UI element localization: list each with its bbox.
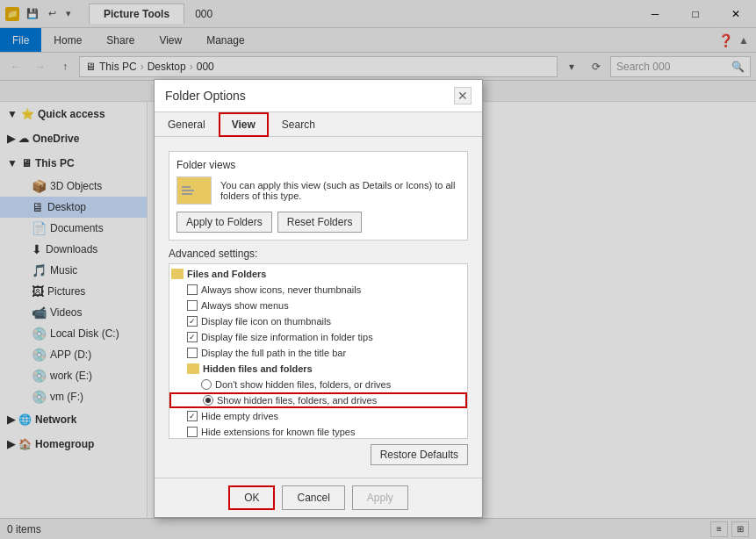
folder-views-section: Folder views You can apply this view (su…	[169, 151, 468, 241]
folder-options-dialog: Folder Options ✕ General View Search Fol…	[154, 79, 483, 518]
advanced-settings-label: Advanced settings:	[169, 248, 468, 260]
adv-display-full-path[interactable]: Display the full path in the title bar	[169, 345, 467, 361]
display-file-icon-checkbox[interactable]: ✓	[187, 316, 198, 327]
adv-always-menus[interactable]: Always show menus	[169, 298, 467, 313]
folder-views-content: You can apply this view (such as Details…	[176, 176, 460, 205]
display-full-path-label: Display the full path in the title bar	[201, 348, 346, 358]
folder-views-description: You can apply this view (such as Details…	[220, 180, 460, 201]
always-icons-checkbox[interactable]	[187, 284, 198, 295]
dialog-tabs: General View Search	[155, 112, 482, 137]
display-file-size-checkbox[interactable]: ✓	[187, 332, 198, 342]
ok-button[interactable]: OK	[228, 485, 275, 510]
svg-rect-4	[182, 193, 192, 195]
always-icons-label: Always show icons, never thumbnails	[201, 284, 361, 295]
show-hidden-radio[interactable]	[203, 395, 213, 406]
tab-view[interactable]: View	[219, 112, 269, 137]
adv-display-file-icon[interactable]: ✓ Display file icon on thumbnails	[169, 313, 467, 329]
svg-rect-2	[182, 186, 191, 188]
display-file-icon-label: Display file icon on thumbnails	[201, 316, 331, 327]
adv-dont-show-hidden[interactable]: Don't show hidden files, folders, or dri…	[169, 377, 467, 392]
apply-to-folders-button[interactable]: Apply to Folders	[176, 212, 272, 233]
advanced-list-inner: Files and Folders Always show icons, nev…	[169, 264, 467, 439]
svg-rect-1	[180, 181, 191, 184]
restore-defaults-button[interactable]: Restore Defaults	[371, 444, 468, 465]
tab-search[interactable]: Search	[269, 112, 328, 137]
dialog-footer: OK Cancel Apply	[155, 478, 482, 517]
svg-rect-3	[182, 190, 194, 191]
dont-show-hidden-radio[interactable]	[201, 379, 212, 390]
hidden-files-icon	[187, 363, 199, 374]
adv-hide-extensions[interactable]: Hide extensions for known file types	[169, 424, 467, 439]
advanced-settings-list[interactable]: Files and Folders Always show icons, nev…	[169, 263, 468, 439]
apply-button[interactable]: Apply	[352, 485, 408, 510]
adv-hidden-files-header: Hidden files and folders	[169, 361, 467, 377]
dialog-title: Folder Options	[165, 89, 246, 103]
svg-rect-0	[180, 183, 208, 202]
dialog-close-button[interactable]: ✕	[454, 87, 472, 104]
adv-always-icons[interactable]: Always show icons, never thumbnails	[169, 282, 467, 298]
always-menus-checkbox[interactable]	[187, 300, 198, 311]
folder-views-label: Folder views	[176, 159, 460, 171]
hide-empty-drives-label: Hide empty drives	[201, 411, 278, 421]
dialog-titlebar: Folder Options ✕	[155, 80, 482, 112]
adv-files-folders-header: Files and Folders	[169, 266, 467, 282]
adv-hide-empty-drives[interactable]: ✓ Hide empty drives	[169, 408, 467, 424]
files-folders-icon	[171, 269, 184, 279]
folder-views-icon	[176, 176, 212, 205]
hidden-files-label: Hidden files and folders	[203, 363, 313, 374]
dialog-body: Folder views You can apply this view (su…	[155, 137, 482, 478]
hide-empty-drives-checkbox[interactable]: ✓	[187, 411, 198, 421]
display-file-size-label: Display file size information in folder …	[201, 332, 373, 342]
restore-defaults-row: Restore Defaults	[169, 444, 468, 465]
adv-show-hidden[interactable]: Show hidden files, folders, and drives	[169, 392, 467, 408]
adv-display-file-size[interactable]: ✓ Display file size information in folde…	[169, 329, 467, 345]
always-menus-label: Always show menus	[201, 300, 289, 311]
dont-show-hidden-label: Don't show hidden files, folders, or dri…	[215, 379, 391, 390]
display-full-path-checkbox[interactable]	[187, 348, 198, 358]
cancel-button[interactable]: Cancel	[282, 485, 344, 510]
tab-general[interactable]: General	[155, 112, 219, 137]
reset-folders-button[interactable]: Reset Folders	[277, 212, 363, 233]
show-hidden-label: Show hidden files, folders, and drives	[217, 395, 377, 406]
files-folders-label: Files and Folders	[187, 269, 266, 279]
hide-extensions-label: Hide extensions for known file types	[201, 427, 355, 437]
hide-extensions-checkbox[interactable]	[187, 427, 198, 437]
folder-views-buttons: Apply to Folders Reset Folders	[176, 212, 460, 233]
